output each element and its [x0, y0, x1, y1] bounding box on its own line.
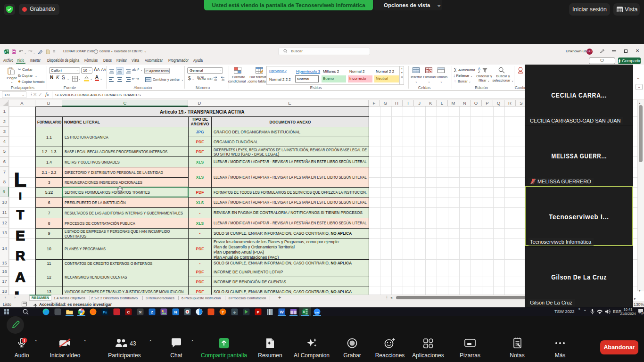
svg-text:X: X [4, 50, 6, 53]
svg-text:Z: Z [151, 310, 153, 314]
svg-text:X: X [303, 310, 305, 313]
svg-text:⚒: ⚒ [139, 311, 142, 314]
svg-text:N: N [174, 310, 177, 314]
svg-text:7: 7 [222, 310, 224, 314]
svg-text:◈: ◈ [233, 311, 236, 314]
svg-text:W: W [280, 310, 284, 314]
svg-text:.00: .00 [214, 79, 217, 82]
svg-text:P: P [257, 310, 260, 314]
svg-text:Ps: Ps [103, 311, 107, 314]
svg-text:.00: .00 [221, 79, 224, 82]
svg-text:zm: zm [315, 311, 319, 314]
svg-text:!: ! [24, 338, 25, 343]
svg-text:1: 1 [642, 312, 643, 314]
svg-text:C: C [127, 310, 130, 314]
